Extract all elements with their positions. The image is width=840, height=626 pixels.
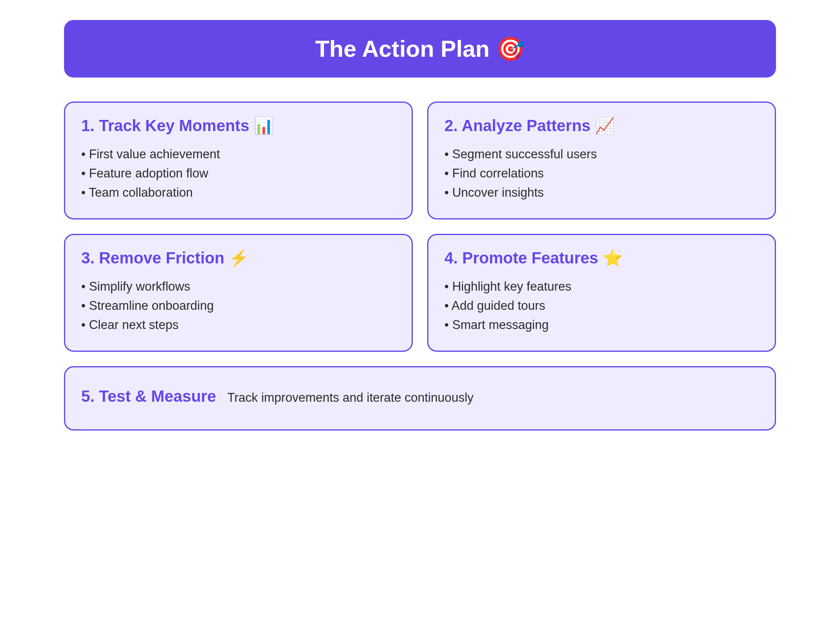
card-title: 4. Promote Features ⭐ (444, 249, 759, 267)
list-item: Segment successful users (444, 145, 759, 164)
list-item: Highlight key features (444, 277, 759, 296)
card-promote-features: 4. Promote Features ⭐ Highlight key feat… (427, 234, 776, 352)
card-list: Segment successful users Find correlatio… (444, 145, 759, 202)
list-item: Clear next steps (81, 315, 396, 335)
card-title: 3. Remove Friction ⚡ (81, 249, 396, 267)
card-track-key-moments: 1. Track Key Moments 📊 First value achie… (64, 102, 413, 219)
card-list: Simplify workflows Streamline onboarding… (81, 277, 396, 335)
list-item: Find correlations (444, 164, 759, 183)
card-test-measure: 5. Test & Measure Track improvements and… (64, 366, 776, 431)
list-item: Add guided tours (444, 296, 759, 315)
list-item: Streamline onboarding (81, 296, 396, 315)
card-analyze-patterns: 2. Analyze Patterns 📈 Segment successful… (427, 102, 776, 219)
wide-card-text: Track improvements and iterate continuou… (227, 391, 474, 405)
card-title: 2. Analyze Patterns 📈 (444, 116, 759, 135)
card-list: First value achievement Feature adoption… (81, 145, 396, 202)
header-title: The Action Plan 🎯 (315, 36, 525, 62)
cards-grid: 1. Track Key Moments 📊 First value achie… (64, 102, 776, 352)
card-title: 1. Track Key Moments 📊 (81, 116, 396, 135)
list-item: Team collaboration (81, 183, 396, 202)
list-item: Uncover insights (444, 183, 759, 202)
list-item: Smart messaging (444, 315, 759, 335)
card-remove-friction: 3. Remove Friction ⚡ Simplify workflows … (64, 234, 413, 352)
list-item: Feature adoption flow (81, 164, 396, 183)
card-list: Highlight key features Add guided tours … (444, 277, 759, 335)
page-header: The Action Plan 🎯 (64, 20, 776, 78)
list-item: First value achievement (81, 145, 396, 164)
wide-card-title: 5. Test & Measure (81, 387, 216, 405)
list-item: Simplify workflows (81, 277, 396, 296)
